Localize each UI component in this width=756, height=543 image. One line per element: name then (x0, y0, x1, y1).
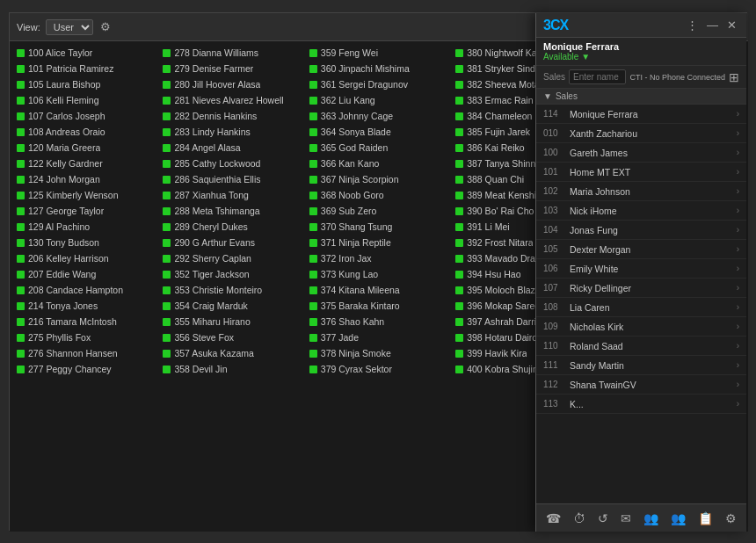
chevron-right-icon: › (737, 341, 739, 351)
contact-item[interactable]: 107 Carlos Joseph (13, 108, 159, 124)
status-dot (309, 160, 317, 168)
panel-contact-num: 106 (543, 264, 570, 273)
clipboard-icon[interactable]: 📋 (695, 511, 716, 525)
panel-contact-item[interactable]: 103Nick iHome› (536, 201, 746, 221)
panel-contact-item[interactable]: 113K...› (536, 395, 746, 414)
contact-item[interactable]: 288 Meta Tshimanga (159, 203, 305, 219)
contact-item[interactable]: 276 Shannon Hansen (13, 345, 159, 361)
contact-item[interactable]: 377 Jade (306, 329, 452, 345)
group-icon[interactable]: 👥 (668, 511, 688, 525)
status-dot (163, 207, 171, 215)
contact-item[interactable]: 285 Cathy Lockwood (159, 156, 305, 171)
contact-item[interactable]: 280 Jill Hoover Alasa (159, 76, 305, 92)
contact-item[interactable]: 282 Dennis Hankins (159, 108, 305, 124)
contact-item[interactable]: 278 Dianna Williams (159, 45, 305, 61)
contact-item[interactable]: 358 Devil Jin (159, 361, 305, 377)
contact-item[interactable]: 359 Feng Wei (306, 45, 452, 61)
contact-item[interactable]: 292 Sherry Caplan (159, 250, 305, 266)
contact-item[interactable]: 367 Ninja Scorpion (306, 171, 452, 187)
contact-item[interactable]: 355 Miharu Hirano (159, 314, 305, 329)
contact-item[interactable]: 364 Sonya Blade (306, 124, 452, 140)
panel-contact-item[interactable]: 112Shana TwainGV› (536, 375, 746, 395)
contact-item[interactable]: 379 Cyrax Sektor (306, 361, 452, 377)
panel-contact-item[interactable]: 102Maria Johnson› (536, 182, 746, 201)
panel-contact-item[interactable]: 107Ricky Dellinger› (536, 279, 746, 298)
contact-item[interactable]: 277 Peggy Chancey (13, 361, 159, 377)
panel-contact-num: 102 (543, 186, 570, 196)
panel-contact-item[interactable]: 110Roland Saad› (536, 337, 746, 356)
contact-item[interactable]: 286 Saquienthia Ellis (159, 171, 305, 187)
contact-item[interactable]: 356 Steve Fox (159, 329, 305, 345)
contact-item[interactable]: 287 Xianhua Tong (159, 187, 305, 203)
contact-item[interactable]: 124 John Morgan (13, 171, 159, 187)
panel-contact-item[interactable]: 100Gareth James› (536, 143, 746, 163)
contact-item[interactable]: 368 Noob Goro (306, 187, 452, 203)
contact-item[interactable]: 372 Iron Jax (306, 250, 452, 266)
clock-icon[interactable]: ⏱ (571, 511, 588, 525)
panel-contact-item[interactable]: 104Jonas Fung› (536, 221, 746, 240)
panel-contact-item[interactable]: 101Home MT EXT› (536, 163, 746, 182)
contact-item[interactable]: 122 Kelly Gardner (13, 156, 159, 171)
contact-item[interactable]: 289 Cheryl Dukes (159, 219, 305, 235)
contact-item[interactable]: 353 Christie Monteiro (159, 282, 305, 298)
gear-icon[interactable]: ⚙ (100, 20, 111, 33)
close-button[interactable]: ✕ (724, 18, 739, 32)
contact-item[interactable]: 370 Shang Tsung (306, 219, 452, 235)
contact-item[interactable]: 127 George Taylor (13, 203, 159, 219)
panel-contact-item[interactable]: 108Lia Caren› (536, 298, 746, 317)
contact-item[interactable]: 354 Craig Marduk (159, 298, 305, 314)
settings-icon[interactable]: ⚙ (723, 511, 739, 525)
contact-item[interactable]: 281 Nieves Alvarez Howell (159, 92, 305, 108)
contact-item[interactable]: 378 Ninja Smoke (306, 345, 452, 361)
panel-contact-item[interactable]: 105Dexter Morgan› (536, 240, 746, 259)
contact-item[interactable]: 362 Liu Kang (306, 92, 452, 108)
contact-item[interactable]: 106 Kelli Fleming (13, 92, 159, 108)
view-select[interactable]: User (46, 19, 93, 35)
contact-item[interactable]: 375 Baraka Kintaro (306, 298, 452, 314)
contact-item[interactable]: 216 Tamara McIntosh (13, 314, 159, 329)
contact-item[interactable]: 290 G Arthur Evans (159, 235, 305, 250)
search-input[interactable] (573, 72, 622, 82)
contact-item[interactable]: 352 Tiger Jackson (159, 266, 305, 282)
contact-item[interactable]: 376 Shao Kahn (306, 314, 452, 329)
contacts-icon[interactable]: 👥 (641, 511, 661, 525)
contact-item[interactable]: 100 Alice Taylor (13, 45, 159, 61)
phone-icon[interactable]: ☎ (543, 511, 563, 525)
contact-item[interactable]: 108 Andreas Oraio (13, 124, 159, 140)
contact-item[interactable]: 371 Ninja Reptile (306, 235, 452, 250)
contact-item[interactable]: 365 God Raiden (306, 140, 452, 156)
panel-contact-item[interactable]: 109Nicholas Kirk› (536, 317, 746, 337)
contact-item[interactable]: 369 Sub Zero (306, 203, 452, 219)
contact-item[interactable]: 207 Eddie Wang (13, 266, 159, 282)
minimize-button[interactable]: — (704, 18, 721, 32)
contact-item[interactable]: 366 Kan Kano (306, 156, 452, 171)
contact-item[interactable]: 374 Kitana Mileena (306, 282, 452, 298)
contact-item[interactable]: 361 Sergei Dragunov (306, 76, 452, 92)
panel-contact-item[interactable]: 114Monique Ferrara› (536, 105, 746, 124)
contact-item[interactable]: 214 Tonya Jones (13, 298, 159, 314)
dots-icon[interactable]: ⋮ (684, 18, 701, 32)
contact-item[interactable]: 284 Angel Alasa (159, 140, 305, 156)
contact-item[interactable]: 275 Phyllis Fox (13, 329, 159, 345)
refresh-icon[interactable]: ↺ (595, 511, 611, 525)
contact-item[interactable]: 208 Candace Hampton (13, 282, 159, 298)
grid-icon[interactable]: ⊞ (729, 70, 739, 84)
contact-item[interactable]: 283 Lindy Hankins (159, 124, 305, 140)
contact-item[interactable]: 101 Patricia Ramirez (13, 61, 159, 76)
contact-item[interactable]: 360 Jinpachi Mishima (306, 61, 452, 76)
contact-item[interactable]: 373 Kung Lao (306, 266, 452, 282)
panel-contact-item[interactable]: 010Xanth Zachariou› (536, 124, 746, 143)
contact-item[interactable]: 105 Laura Bishop (13, 76, 159, 92)
contact-item[interactable]: 129 Al Pachino (13, 219, 159, 235)
contact-item[interactable]: 120 Maria Greera (13, 140, 159, 156)
panel-contact-item[interactable]: 111Sandy Martin› (536, 356, 746, 375)
mail-icon[interactable]: ✉ (618, 511, 634, 525)
panel-contact-item[interactable]: 106Emily White› (536, 259, 746, 279)
user-status[interactable]: Available ▼ (543, 52, 739, 62)
contact-item[interactable]: 363 Johnny Cage (306, 108, 452, 124)
contact-item[interactable]: 206 Kelley Harrison (13, 250, 159, 266)
contact-item[interactable]: 357 Asuka Kazama (159, 345, 305, 361)
contact-item[interactable]: 130 Tony Budson (13, 235, 159, 250)
contact-item[interactable]: 125 Kimberly Wenson (13, 187, 159, 203)
contact-item[interactable]: 279 Denise Farmer (159, 61, 305, 76)
